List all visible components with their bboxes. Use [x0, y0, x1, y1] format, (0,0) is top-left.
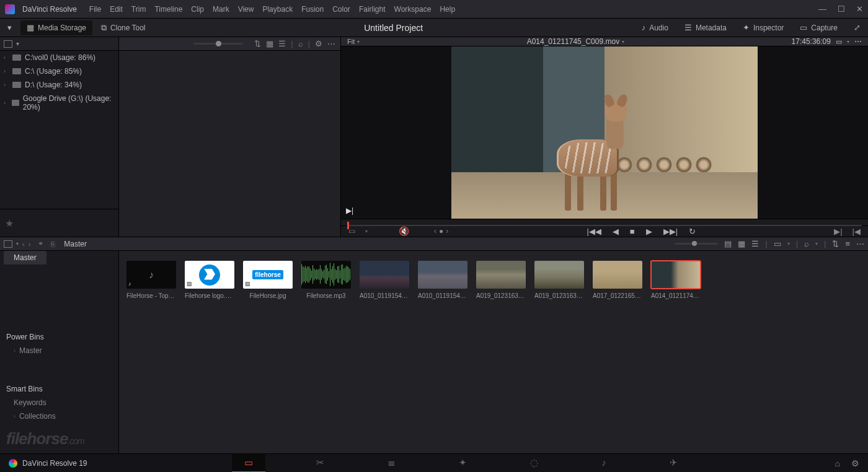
svg-rect-12	[316, 269, 317, 280]
menu-timeline[interactable]: Timeline	[154, 5, 182, 14]
clip-item[interactable]: A014_01211745_C...	[651, 261, 701, 299]
power-bin-master[interactable]: ›Master	[0, 344, 118, 357]
viewer-clip-name[interactable]: A014_01211745_C009.mov▾	[527, 37, 624, 46]
clip-item[interactable]: A019_01231639_C...	[534, 261, 584, 299]
fairlight-page-button[interactable]: ♪	[589, 454, 619, 473]
viewer-mode-icon[interactable]: ▭	[348, 227, 355, 235]
pool-options-icon[interactable]: ⋯	[856, 239, 864, 248]
clip-item[interactable]: A019_01231637_C...	[476, 261, 526, 299]
clone-tool-button[interactable]: ⧉ Clone Tool	[95, 20, 151, 35]
menu-playback[interactable]: Playback	[262, 5, 293, 14]
nav-forward-icon[interactable]: ›	[29, 240, 31, 248]
thumbnail-size-slider[interactable]	[193, 43, 243, 45]
clip-item[interactable]: A017_01221659_C...	[593, 261, 642, 299]
zoom-fit-dropdown[interactable]: Fit▾	[347, 38, 360, 45]
fusion-page-button[interactable]: ✦	[446, 454, 479, 473]
expand-button[interactable]: ⤢	[848, 20, 867, 35]
sort-icon[interactable]: ⇅	[254, 39, 261, 48]
clip-item[interactable]: filehorse▧FileHorse.jpg	[243, 261, 293, 299]
menu-color[interactable]: Color	[332, 5, 350, 14]
grid-view-icon[interactable]: ▦	[266, 39, 273, 48]
import-icon[interactable]: ⎘	[51, 240, 55, 248]
drive-item[interactable]: ›Google Drive (G:\) (Usage: 20%)	[0, 92, 118, 114]
pool-filter-icon[interactable]: ≡	[845, 239, 850, 248]
master-bin-tab[interactable]: Master	[4, 251, 46, 264]
audio-panel-button[interactable]: ♪Audio	[636, 20, 675, 35]
media-storage-button[interactable]: ▦ Media Storage	[20, 20, 92, 35]
clip-item[interactable]: A010_01191548_C...	[418, 261, 467, 299]
pool-list-view-icon[interactable]: ☰	[751, 239, 759, 248]
clip-item[interactable]: ▧Filehorse logo.png	[185, 261, 234, 299]
tc-dropdown-icon[interactable]: ▾	[847, 39, 849, 45]
pool-layout-icon[interactable]	[4, 240, 12, 248]
clip-item[interactable]: ♪♪FileHorse - Top 5 -...	[126, 261, 176, 299]
favorite-add-icon[interactable]: ★	[5, 217, 14, 229]
in-point-button[interactable]: ▶|	[834, 227, 842, 236]
layout-toggle-button[interactable]: ▾	[1, 20, 18, 35]
menu-workspace[interactable]: Workspace	[394, 5, 432, 14]
smart-bin-keywords[interactable]: Keywords	[0, 396, 118, 409]
inspector-panel-button[interactable]: ✦Inspector	[737, 20, 790, 35]
maximize-button[interactable]: ☐	[838, 4, 845, 14]
viewer-canvas[interactable]: ▶|	[341, 46, 868, 219]
panel-layout-icon[interactable]	[4, 40, 12, 48]
prev-edit-icon[interactable]: ‹	[434, 227, 436, 235]
pool-display-icon[interactable]: ▭	[774, 239, 781, 248]
project-settings-button[interactable]: ⚙	[851, 458, 859, 468]
menu-file[interactable]: File	[89, 5, 101, 14]
close-button[interactable]: ✕	[856, 4, 863, 14]
clip-item[interactable]: Filehorse.mp3	[301, 261, 351, 299]
pool-search-icon[interactable]: ⌕	[804, 239, 809, 248]
edit-page-button[interactable]: ≣	[375, 454, 408, 473]
pool-strip-view-icon[interactable]: ▤	[724, 239, 732, 248]
deliver-page-button[interactable]: ✈	[657, 454, 690, 473]
out-point-button[interactable]: |◀	[852, 227, 861, 236]
drive-item[interactable]: ›D:\ (Usage: 34%)	[0, 78, 118, 92]
search-icon[interactable]: ⌕	[298, 39, 303, 48]
step-back-button[interactable]: ◀	[613, 227, 619, 236]
play-button[interactable]: ▶	[646, 227, 652, 236]
first-frame-button[interactable]: |◀◀	[587, 227, 601, 236]
color-page-button[interactable]: ◌	[518, 454, 551, 473]
options-icon[interactable]: ⋯	[327, 39, 335, 48]
menu-fairlight[interactable]: Fairlight	[359, 5, 386, 14]
menu-view[interactable]: View	[238, 5, 254, 14]
capture-panel-button[interactable]: ▭Capture	[794, 20, 844, 35]
match-frame-icon[interactable]: ▶|	[346, 206, 353, 215]
menu-clip[interactable]: Clip	[191, 5, 204, 14]
project-title: Untitled Project	[153, 23, 634, 33]
panel-menu-icon[interactable]: ▾	[16, 40, 19, 47]
nav-back-icon[interactable]: ‹	[22, 240, 25, 248]
pool-thumb-slider[interactable]	[675, 243, 718, 245]
filter-icon[interactable]: ⚙	[315, 39, 322, 48]
media-page-button[interactable]: ▭	[232, 454, 265, 473]
metadata-panel-button[interactable]: ☰Metadata	[678, 20, 733, 35]
window-controls: — ☐ ✕	[818, 4, 863, 14]
menu-fusion[interactable]: Fusion	[301, 5, 324, 14]
clip-item[interactable]: A010_01191542_C...	[360, 261, 409, 299]
viewer-options-icon[interactable]: ⋯	[854, 37, 862, 46]
link-icon[interactable]: ⚭	[34, 240, 47, 248]
minimize-button[interactable]: —	[818, 4, 826, 14]
source-viewer: Fit▾ A014_01211745_C009.mov▾ 17:45:36:09…	[341, 37, 868, 237]
menu-mark[interactable]: Mark	[213, 5, 229, 14]
smart-bin-collections[interactable]: ›Collections	[0, 409, 118, 423]
home-button[interactable]: ⌂	[835, 458, 840, 468]
drive-item[interactable]: ›C:\vol0 (Usage: 86%)	[0, 51, 118, 64]
menu-edit[interactable]: Edit	[110, 5, 123, 14]
pool-sort-icon[interactable]: ⇅	[832, 239, 839, 248]
tc-mode-icon[interactable]: ▭	[836, 38, 842, 46]
list-view-icon[interactable]: ☰	[278, 39, 286, 48]
jog-bar[interactable]	[341, 219, 868, 225]
menu-help[interactable]: Help	[440, 5, 455, 14]
stop-button[interactable]: ■	[630, 227, 635, 236]
mute-button[interactable]: 🔇	[399, 226, 409, 236]
pool-grid-view-icon[interactable]: ▦	[738, 239, 745, 248]
menu-trim[interactable]: Trim	[131, 5, 146, 14]
clip-label: FileHorse.jpg	[243, 292, 293, 299]
cut-page-button[interactable]: ✂	[304, 454, 337, 473]
loop-button[interactable]: ↻	[689, 227, 696, 236]
marker-dot-icon[interactable]: ●	[439, 227, 443, 235]
last-frame-button[interactable]: ▶▶|	[663, 227, 678, 236]
drive-item[interactable]: ›C:\ (Usage: 85%)	[0, 64, 118, 78]
